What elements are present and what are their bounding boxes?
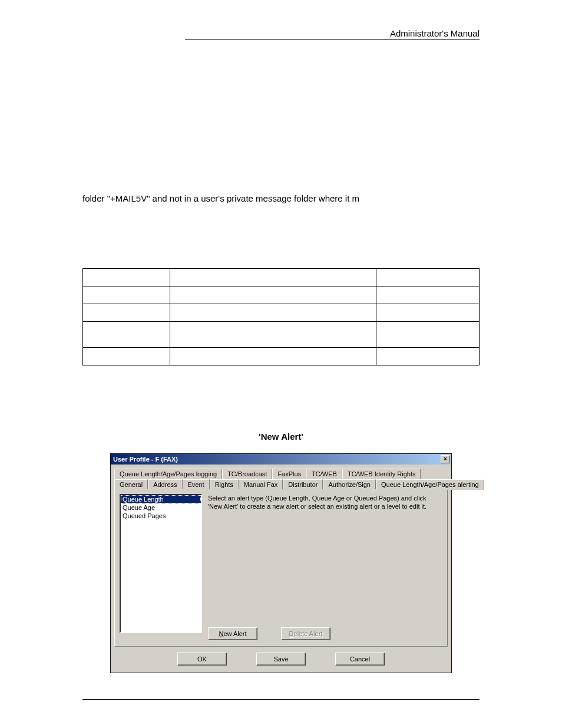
list-item[interactable]: Queue Age bbox=[121, 503, 201, 512]
figure-caption: 'New Alert' bbox=[82, 431, 480, 442]
list-item[interactable]: Queued Pages bbox=[121, 512, 201, 520]
tab-general[interactable]: General bbox=[114, 479, 148, 489]
page-footer-rule bbox=[82, 699, 480, 700]
new-alert-button[interactable]: New Alert bbox=[208, 627, 257, 640]
tab-tcweb-identity[interactable]: TC/WEB Identity Rights bbox=[342, 469, 421, 479]
tab-event[interactable]: Event bbox=[183, 479, 210, 489]
tab-authorize[interactable]: Authorize/Sign bbox=[323, 479, 376, 489]
alert-type-listbox[interactable]: Queue Length Queue Age Queued Pages bbox=[120, 494, 202, 633]
table-row bbox=[83, 286, 480, 304]
panel-buttons: New Alert Delete Alert bbox=[208, 627, 442, 640]
tab-faxplus[interactable]: FaxPlus bbox=[272, 469, 306, 479]
save-button[interactable]: Save bbox=[256, 653, 306, 666]
empty-table bbox=[82, 268, 480, 365]
dialog-body: Queue Length/Age/Pages logging TC/Broadc… bbox=[111, 465, 451, 673]
panel-right: Select an alert type (Queue Length, Queu… bbox=[208, 494, 442, 641]
tab-distributor[interactable]: Distributor bbox=[283, 479, 323, 489]
tab-tc-broadcast[interactable]: TC/Broadcast bbox=[222, 469, 272, 479]
dialog-titlebar[interactable]: User Profile - F (FAX) × bbox=[111, 454, 451, 465]
hint-text: Select an alert type (Queue Length, Queu… bbox=[208, 494, 442, 510]
close-icon[interactable]: × bbox=[441, 455, 450, 463]
document-page: Administrator's Manual folder "+MAIL5V" … bbox=[0, 0, 562, 728]
table-row bbox=[83, 348, 480, 365]
list-item[interactable]: Queue Length bbox=[121, 495, 201, 503]
dialog-title: User Profile - F (FAX) bbox=[113, 456, 178, 463]
tab-rights[interactable]: Rights bbox=[210, 479, 239, 489]
delete-alert-button[interactable]: Delete Alert bbox=[281, 627, 330, 640]
tab-panel: Queue Length Queue Age Queued Pages Sele… bbox=[114, 489, 448, 647]
tab-manual-fax[interactable]: Manual Fax bbox=[239, 479, 283, 489]
tab-queue-alerting[interactable]: Queue Length/Age/Pages alerting bbox=[376, 479, 484, 490]
header-title: Administrator's Manual bbox=[390, 28, 480, 38]
cancel-button[interactable]: Cancel bbox=[335, 653, 385, 666]
tab-tcweb[interactable]: TC/WEB bbox=[306, 469, 342, 479]
tab-queue-logging[interactable]: Queue Length/Age/Pages logging bbox=[114, 469, 222, 479]
tab-row-upper: Queue Length/Age/Pages logging TC/Broadc… bbox=[114, 468, 448, 478]
tab-row-lower: General Address Event Rights Manual Fax … bbox=[114, 478, 448, 489]
ok-button[interactable]: OK bbox=[177, 653, 227, 666]
body-text-fragment: folder "+MAIL5V" and not in a user's pri… bbox=[82, 193, 480, 203]
page-header: Administrator's Manual bbox=[185, 28, 480, 40]
tab-address[interactable]: Address bbox=[148, 479, 182, 489]
user-profile-dialog: User Profile - F (FAX) × Queue Length/Ag… bbox=[110, 453, 452, 673]
table-row bbox=[83, 304, 480, 322]
dialog-footer: OK Save Cancel bbox=[114, 647, 448, 673]
table-row bbox=[83, 322, 480, 348]
table-row bbox=[83, 269, 480, 286]
